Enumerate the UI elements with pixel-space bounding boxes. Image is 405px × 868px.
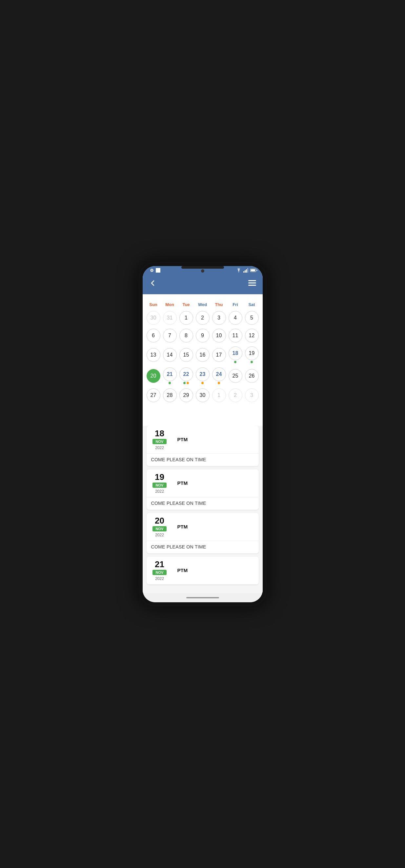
event-dots xyxy=(168,382,171,384)
event-year: 2022 xyxy=(155,445,164,450)
calendar-cell[interactable]: 14 xyxy=(162,345,178,365)
event-top-row: 19NOV2022PTM xyxy=(147,469,259,497)
svg-rect-3 xyxy=(247,268,248,273)
svg-rect-0 xyxy=(243,271,244,273)
calendar-cell[interactable]: 30 xyxy=(145,310,162,326)
calendar-cell[interactable]: 7 xyxy=(162,328,178,344)
event-day-number: 18 xyxy=(155,429,164,438)
event-day-number: 20 xyxy=(155,516,164,525)
calendar-cell[interactable]: 31 xyxy=(162,310,178,326)
calendar-cell[interactable]: 24 xyxy=(211,366,227,386)
svg-rect-8 xyxy=(248,280,256,281)
event-description: COME PLEASE ON TIME xyxy=(147,497,259,510)
event-top-row: 18NOV2022PTM xyxy=(147,426,259,454)
event-date-block: 20NOV2022 xyxy=(147,513,173,540)
event-year: 2022 xyxy=(155,577,164,581)
calendar-cell[interactable]: 13 xyxy=(145,345,162,365)
svg-rect-1 xyxy=(245,270,246,273)
calendar-area: Sun Mon Tue Wed Thu Fri Sat 303112345678… xyxy=(143,294,263,593)
svg-rect-2 xyxy=(246,269,247,273)
calendar-cell[interactable]: 4 xyxy=(227,310,244,326)
settings-icon: ⚙ xyxy=(150,268,154,273)
event-year: 2022 xyxy=(155,489,164,494)
event-month-badge: NOV xyxy=(153,439,167,444)
event-dots xyxy=(251,361,253,364)
calendar-cell[interactable]: 1 xyxy=(178,310,194,326)
status-left: ⚙ xyxy=(148,268,160,273)
green-dot xyxy=(183,382,186,384)
calendar-cell[interactable]: 29 xyxy=(178,387,194,403)
event-title: PTM xyxy=(173,513,192,540)
orange-dot xyxy=(187,382,189,384)
event-month-badge: NOV xyxy=(153,570,167,575)
events-section: 18NOV2022PTMCOME PLEASE ON TIME19NOV2022… xyxy=(143,426,263,593)
orange-dot xyxy=(218,382,220,384)
event-title: PTM xyxy=(173,469,192,497)
day-header-fri: Fri xyxy=(227,301,244,308)
event-date-block: 19NOV2022 xyxy=(147,469,173,497)
event-top-row: 21NOV2022PTM xyxy=(147,557,259,585)
calendar-cell[interactable]: 8 xyxy=(178,328,194,344)
calendar-cell[interactable]: 2 xyxy=(227,387,244,403)
svg-rect-10 xyxy=(248,285,256,286)
camera xyxy=(201,269,204,273)
event-title: PTM xyxy=(173,426,192,453)
calendar-cell[interactable]: 2 xyxy=(194,310,211,326)
day-header-thu: Thu xyxy=(211,301,227,308)
calendar-cell[interactable]: 28 xyxy=(162,387,178,403)
calendar-cell[interactable]: 11 xyxy=(227,328,244,344)
calendar-cell[interactable]: 1 xyxy=(211,387,227,403)
back-button[interactable] xyxy=(148,278,158,290)
calendar-cell[interactable]: 22 xyxy=(178,366,194,386)
calendar-cell[interactable]: 16 xyxy=(194,345,211,365)
event-card[interactable]: 20NOV2022PTMCOME PLEASE ON TIME xyxy=(147,513,259,553)
event-year: 2022 xyxy=(155,533,164,537)
calendar-cell[interactable]: 17 xyxy=(211,345,227,365)
calendar-cell[interactable]: 18 xyxy=(227,345,244,365)
svg-rect-9 xyxy=(248,282,256,283)
event-day-number: 21 xyxy=(155,560,164,568)
day-headers: Sun Mon Tue Wed Thu Fri Sat xyxy=(143,301,263,308)
event-card[interactable]: 18NOV2022PTMCOME PLEASE ON TIME xyxy=(147,426,259,466)
calendar-cell[interactable]: 19 xyxy=(244,345,260,365)
event-description: COME PLEASE ON TIME xyxy=(147,541,259,553)
calendar-cell[interactable]: 6 xyxy=(145,328,162,344)
menu-button[interactable] xyxy=(247,279,257,289)
calendar-cell[interactable]: 3 xyxy=(211,310,227,326)
calendar-cell[interactable]: 3 xyxy=(244,387,260,403)
calendar-cell[interactable]: 25 xyxy=(227,366,244,386)
calendar-cell[interactable]: 20 xyxy=(145,366,162,386)
status-right xyxy=(236,268,257,273)
calendar-cell[interactable]: 30 xyxy=(194,387,211,403)
calendar-cell[interactable]: 9 xyxy=(194,328,211,344)
event-card[interactable]: 19NOV2022PTMCOME PLEASE ON TIME xyxy=(147,469,259,510)
calendar-cell[interactable]: 21 xyxy=(162,366,178,386)
top-bar xyxy=(143,275,263,294)
status-square xyxy=(156,268,160,273)
calendar-cell[interactable]: 15 xyxy=(178,345,194,365)
calendar-cell[interactable]: 26 xyxy=(244,366,260,386)
event-dots xyxy=(201,382,204,384)
orange-dot xyxy=(201,382,204,384)
event-month-badge: NOV xyxy=(153,483,167,488)
calendar-cell[interactable]: 23 xyxy=(194,366,211,386)
month-header xyxy=(143,294,263,301)
phone-frame: ⚙ xyxy=(139,262,267,606)
green-dot xyxy=(168,382,171,384)
calendar-cell[interactable]: 10 xyxy=(211,328,227,344)
notch xyxy=(181,266,224,269)
event-day-number: 19 xyxy=(155,473,164,481)
event-card[interactable]: 21NOV2022PTM xyxy=(147,557,259,585)
calendar-cell[interactable]: 12 xyxy=(244,328,260,344)
wifi-icon xyxy=(236,268,242,273)
day-header-sat: Sat xyxy=(244,301,260,308)
phone-screen: ⚙ xyxy=(143,266,263,602)
calendar-spacer xyxy=(143,403,263,423)
calendar-cell[interactable]: 27 xyxy=(145,387,162,403)
calendar-cell[interactable]: 5 xyxy=(244,310,260,326)
battery-icon xyxy=(250,268,257,272)
event-date-block: 21NOV2022 xyxy=(147,557,173,584)
day-header-wed: Wed xyxy=(194,301,211,308)
svg-rect-6 xyxy=(251,269,255,271)
green-dot xyxy=(251,361,253,363)
